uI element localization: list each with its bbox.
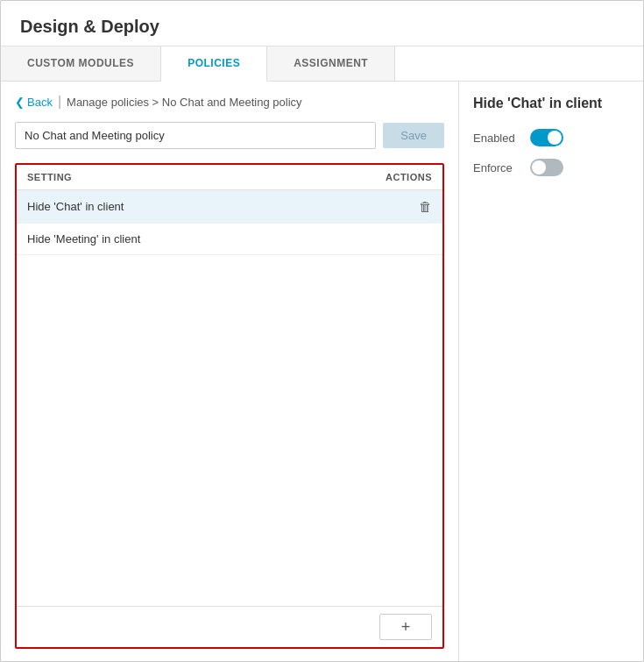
back-link[interactable]: ❮ Back bbox=[15, 96, 53, 109]
right-panel: Hide 'Chat' in client Enabled Enforce bbox=[459, 82, 643, 661]
enabled-toggle-row: Enabled bbox=[473, 129, 629, 146]
window-title: Design & Deploy bbox=[20, 17, 624, 37]
enforce-label: Enforce bbox=[473, 161, 521, 174]
breadcrumb-path: Manage policies > No Chat and Meeting po… bbox=[67, 96, 301, 109]
content-area: ❮ Back | Manage policies > No Chat and M… bbox=[1, 82, 643, 661]
row-label: Hide 'Chat' in client bbox=[27, 200, 124, 213]
back-chevron-icon: ❮ bbox=[15, 96, 25, 109]
tab-custom-modules[interactable]: CUSTOM MODULES bbox=[1, 46, 161, 81]
delete-icon[interactable]: 🗑 bbox=[419, 199, 432, 214]
setting-column-header: SETTING bbox=[27, 172, 72, 182]
settings-table: SETTING ACTIONS Hide 'Chat' in client 🗑 … bbox=[15, 163, 444, 649]
tab-bar: CUSTOM MODULES POLICIES ASSIGNMENT bbox=[1, 46, 643, 82]
breadcrumb-separator: | bbox=[58, 94, 61, 110]
tab-assignment[interactable]: ASSIGNMENT bbox=[267, 46, 395, 81]
title-bar: Design & Deploy bbox=[1, 1, 643, 46]
add-button[interactable]: + bbox=[379, 614, 432, 640]
table-body: Hide 'Chat' in client 🗑 Hide 'Meeting' i… bbox=[17, 190, 442, 606]
row-actions: 🗑 bbox=[419, 199, 432, 214]
table-header: SETTING ACTIONS bbox=[17, 165, 442, 190]
table-footer: + bbox=[17, 606, 442, 647]
right-panel-title: Hide 'Chat' in client bbox=[473, 96, 629, 111]
policy-name-input[interactable] bbox=[15, 122, 376, 149]
enforce-toggle[interactable] bbox=[530, 159, 563, 176]
tab-policies[interactable]: POLICIES bbox=[161, 46, 267, 82]
left-panel: ❮ Back | Manage policies > No Chat and M… bbox=[1, 82, 459, 661]
enforce-toggle-row: Enforce bbox=[473, 159, 629, 176]
save-button[interactable]: Save bbox=[383, 123, 444, 148]
main-window: Design & Deploy CUSTOM MODULES POLICIES … bbox=[0, 0, 644, 662]
table-row[interactable]: Hide 'Meeting' in client bbox=[17, 224, 442, 255]
actions-column-header: ACTIONS bbox=[386, 172, 432, 182]
table-row[interactable]: Hide 'Chat' in client 🗑 bbox=[17, 190, 442, 224]
policy-name-row: Save bbox=[15, 122, 444, 149]
breadcrumb: ❮ Back | Manage policies > No Chat and M… bbox=[15, 94, 444, 110]
row-label: Hide 'Meeting' in client bbox=[27, 232, 140, 246]
enabled-toggle[interactable] bbox=[530, 129, 563, 146]
enabled-label: Enabled bbox=[473, 132, 521, 145]
